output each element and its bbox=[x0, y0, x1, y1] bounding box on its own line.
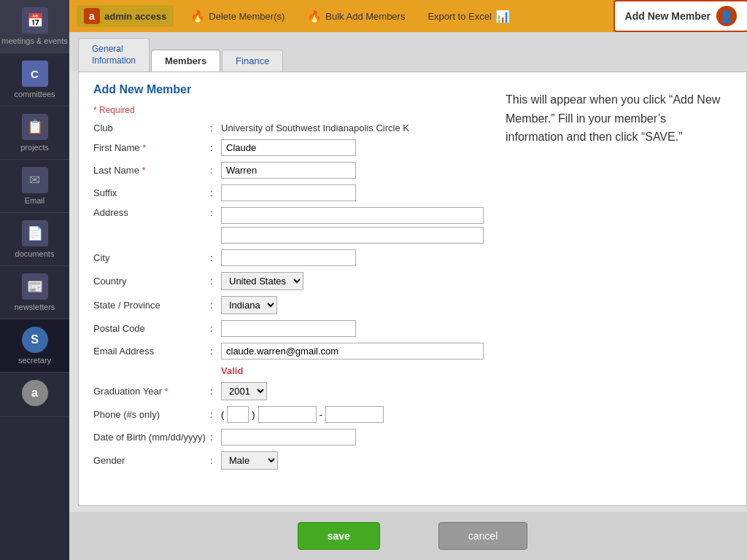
sidebar-item-label: documents bbox=[15, 249, 55, 258]
form-title: Add New Member bbox=[93, 83, 484, 96]
admin-label: admin access bbox=[104, 11, 166, 22]
state-label: State / Province bbox=[93, 300, 210, 311]
projects-icon: 📋 bbox=[22, 114, 48, 140]
save-button[interactable]: save bbox=[298, 522, 380, 550]
bulk-add-label: Bulk Add Members bbox=[325, 11, 405, 22]
add-user-icon: 👤 bbox=[716, 6, 737, 26]
topbar: a admin access 🔥 Delete Member(s) 🔥 Bulk… bbox=[69, 0, 747, 32]
graduation-select[interactable]: 2001 2002 2003 bbox=[221, 382, 267, 400]
sidebar-item-meetings[interactable]: 📅 meetings & events bbox=[0, 0, 69, 53]
phone-middle-input[interactable] bbox=[258, 406, 317, 423]
bulk-add-button[interactable]: 🔥 Bulk Add Members bbox=[301, 7, 411, 26]
export-icon: 📊 bbox=[495, 9, 510, 23]
country-label: Country bbox=[93, 276, 210, 287]
tooltip-panel: This will appear when you click “Add New… bbox=[498, 83, 732, 494]
phone-last-input[interactable] bbox=[325, 406, 384, 423]
club-row: Club : University of Southwest Indianapo… bbox=[93, 122, 484, 133]
content-area: GeneralInformation Members Finance Add N… bbox=[69, 32, 747, 512]
sidebar-item-label: committees bbox=[14, 90, 55, 98]
delete-label: Delete Member(s) bbox=[209, 11, 285, 22]
committees-icon: C bbox=[22, 61, 48, 87]
sidebar-item-label: newsletters bbox=[15, 303, 55, 311]
form-area: Add New Member * Required Club : Univers… bbox=[78, 71, 747, 506]
last-name-row: Last Name * : bbox=[93, 162, 484, 179]
state-row: State / Province : Indiana Illinois Ohio bbox=[93, 296, 484, 314]
postal-row: Postal Code : bbox=[93, 320, 484, 337]
tab-members[interactable]: Members bbox=[151, 50, 220, 71]
phone-label: Phone (#s only) bbox=[93, 409, 210, 420]
email-valid-row: Valid bbox=[93, 365, 484, 376]
graduation-label: Graduation Year * bbox=[93, 386, 210, 397]
bottom-bar: save cancel bbox=[69, 512, 747, 560]
sidebar-item-documents[interactable]: 📄 documents bbox=[0, 213, 69, 266]
address-label: Address bbox=[93, 207, 210, 218]
bulk-add-icon: 🔥 bbox=[307, 9, 322, 23]
tab-bar: GeneralInformation Members Finance bbox=[69, 32, 747, 71]
first-name-label: First Name * bbox=[93, 142, 210, 153]
address-line1-input[interactable] bbox=[221, 207, 484, 224]
suffix-label: Suffix bbox=[93, 187, 210, 198]
meetings-icon: 📅 bbox=[22, 7, 48, 34]
graduation-row: Graduation Year * : 2001 2002 2003 bbox=[93, 382, 484, 400]
tooltip-text: This will appear when you click “Add New… bbox=[506, 93, 720, 143]
dob-row: Date of Birth (mm/dd/yyyy) : bbox=[93, 429, 484, 446]
email-valid-badge: Valid bbox=[221, 365, 243, 376]
last-name-label: Last Name * bbox=[93, 165, 210, 176]
sidebar-item-newsletters[interactable]: 📰 newsletters bbox=[0, 266, 69, 319]
gender-row: Gender : Male Female Other bbox=[93, 451, 484, 470]
email-label: Email Address bbox=[93, 346, 210, 357]
secretary-icon: S bbox=[22, 327, 48, 353]
gender-select[interactable]: Male Female Other bbox=[221, 451, 278, 470]
tab-general-information[interactable]: GeneralInformation bbox=[78, 38, 150, 71]
club-value: University of Southwest Indianapolis Cir… bbox=[221, 122, 484, 133]
dob-label: Date of Birth (mm/dd/yyyy) bbox=[93, 432, 210, 443]
address-block bbox=[221, 207, 484, 244]
tab-finance[interactable]: Finance bbox=[222, 50, 283, 71]
export-label: Export to Excel bbox=[427, 11, 491, 22]
sidebar-item-email[interactable]: ✉ Email bbox=[0, 160, 69, 213]
suffix-input[interactable] bbox=[221, 184, 356, 201]
address-line2-input[interactable] bbox=[221, 227, 484, 244]
export-excel-button[interactable]: Export to Excel 📊 bbox=[422, 7, 515, 26]
sidebar-item-projects[interactable]: 📋 projects bbox=[0, 106, 69, 160]
sidebar-item-label: secretary bbox=[18, 356, 51, 365]
first-name-input[interactable] bbox=[221, 139, 356, 156]
sidebar-item-label: projects bbox=[20, 143, 49, 152]
phone-row: Phone (#s only) : ( ) - bbox=[93, 406, 484, 423]
required-note: * Required bbox=[93, 105, 484, 115]
cancel-button[interactable]: cancel bbox=[438, 522, 527, 550]
suffix-row: Suffix : bbox=[93, 184, 484, 201]
sidebar-item-admin[interactable]: a bbox=[0, 373, 69, 417]
delete-icon: 🔥 bbox=[190, 9, 205, 23]
country-select[interactable]: United States Canada Other bbox=[221, 272, 303, 290]
main-content: a admin access 🔥 Delete Member(s) 🔥 Bulk… bbox=[69, 0, 747, 560]
delete-members-button[interactable]: 🔥 Delete Member(s) bbox=[185, 7, 290, 26]
postal-input[interactable] bbox=[221, 320, 356, 337]
sidebar-item-secretary[interactable]: S secretary bbox=[0, 319, 69, 373]
sidebar-item-committees[interactable]: C committees bbox=[0, 53, 69, 106]
form-left-panel: Add New Member * Required Club : Univers… bbox=[93, 83, 484, 494]
state-select[interactable]: Indiana Illinois Ohio bbox=[221, 296, 277, 314]
first-name-row: First Name * : bbox=[93, 139, 484, 156]
country-row: Country : United States Canada Other bbox=[93, 272, 484, 290]
phone-area-input[interactable] bbox=[227, 406, 249, 423]
gender-label: Gender bbox=[93, 455, 210, 466]
sidebar: 📅 meetings & events C committees 📋 proje… bbox=[0, 0, 69, 560]
city-input[interactable] bbox=[221, 249, 356, 266]
email-icon: ✉ bbox=[22, 167, 48, 193]
city-row: City : bbox=[93, 249, 484, 266]
city-label: City bbox=[93, 252, 210, 263]
club-label: Club bbox=[93, 122, 210, 133]
add-new-member-label: Add New Member bbox=[625, 10, 711, 22]
admin-access-badge: a admin access bbox=[77, 5, 174, 27]
sidebar-item-label: Email bbox=[25, 196, 45, 205]
last-name-input[interactable] bbox=[221, 162, 356, 179]
sidebar-item-label: meetings & events bbox=[1, 36, 68, 45]
dob-input[interactable] bbox=[221, 429, 356, 446]
admin-letter-badge: a bbox=[84, 8, 100, 24]
admin-icon: a bbox=[22, 380, 48, 406]
postal-label: Postal Code bbox=[93, 323, 210, 334]
email-input[interactable] bbox=[221, 343, 484, 359]
add-new-member-button[interactable]: Add New Member 👤 bbox=[614, 0, 747, 32]
newsletters-icon: 📰 bbox=[22, 273, 48, 300]
